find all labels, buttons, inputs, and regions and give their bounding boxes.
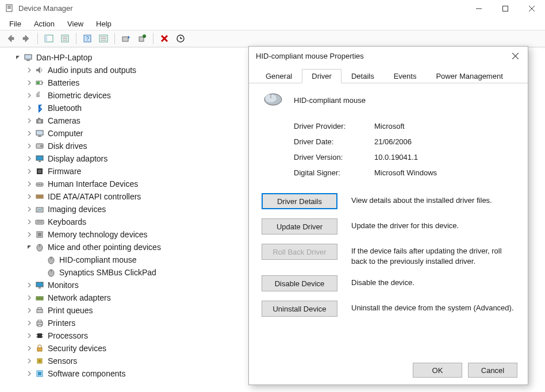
chevron-right-icon[interactable]	[25, 91, 33, 99]
show-panel-icon[interactable]	[42, 32, 56, 45]
tree-label: IDE ATA/ATAPI controllers	[48, 192, 141, 201]
svg-rect-65	[37, 309, 43, 313]
menu-action[interactable]: Action	[28, 18, 60, 29]
driver-details-desc: View details about the installed driver …	[351, 193, 515, 206]
window-title: Device Manager	[18, 4, 466, 13]
chevron-right-icon[interactable]	[25, 180, 33, 188]
tree-label: Cameras	[48, 116, 80, 125]
uninstall-device-button[interactable]: Uninstall Device	[262, 301, 337, 317]
minimize-button[interactable]	[466, 0, 492, 17]
tree-label: Computer	[48, 129, 83, 138]
device-category-icon	[34, 318, 45, 328]
chevron-right-icon[interactable]	[25, 155, 33, 163]
chevron-right-icon[interactable]	[25, 193, 33, 201]
chevron-right-icon[interactable]	[25, 104, 33, 112]
device-category-icon	[34, 331, 45, 340]
date-value: 21/06/2006	[374, 137, 515, 146]
svg-rect-36	[36, 156, 43, 160]
chevron-right-icon[interactable]	[25, 294, 33, 302]
chevron-down-icon[interactable]	[14, 53, 22, 62]
computer-icon	[23, 53, 33, 62]
tree-label: Biometric devices	[48, 91, 111, 100]
tab-power-management[interactable]: Power Management	[426, 69, 512, 83]
svg-rect-3	[7, 8, 11, 9]
menu-view[interactable]: View	[62, 18, 89, 29]
spacer	[37, 268, 45, 276]
tab-driver[interactable]: Driver	[302, 69, 341, 83]
device-category-icon	[34, 192, 45, 201]
svg-rect-1	[7, 6, 11, 6]
menu-bar: File Action View Help	[0, 17, 545, 30]
chevron-right-icon[interactable]	[25, 167, 33, 175]
chevron-right-icon[interactable]	[25, 142, 33, 150]
device-category-icon	[34, 179, 45, 189]
properties-icon[interactable]	[58, 32, 72, 45]
driver-info-grid: Driver Provider: Microsoft Driver Date: …	[294, 122, 515, 177]
svg-rect-64	[41, 298, 42, 299]
menu-file[interactable]: File	[3, 18, 27, 29]
list-icon[interactable]	[97, 32, 110, 45]
driver-details-button[interactable]: Driver Details	[262, 193, 337, 209]
chevron-right-icon[interactable]	[25, 357, 33, 365]
scan-hardware-icon[interactable]	[135, 32, 149, 45]
svg-rect-52	[38, 233, 41, 236]
chevron-right-icon[interactable]	[25, 332, 33, 340]
disable-device-button[interactable]: Disable Device	[262, 275, 337, 291]
cancel-button[interactable]: Cancel	[468, 363, 517, 378]
chevron-right-icon[interactable]	[25, 205, 33, 213]
uninstall-icon[interactable]	[158, 32, 171, 45]
forward-button[interactable]	[20, 32, 33, 45]
chevron-right-icon[interactable]	[25, 281, 33, 289]
close-button[interactable]	[519, 0, 545, 17]
device-category-icon	[34, 103, 45, 113]
dialog-body: HID-compliant mouse Driver Provider: Mic…	[249, 83, 528, 332]
tree-label: Audio inputs and outputs	[48, 66, 136, 75]
dialog-close-button[interactable]	[504, 47, 527, 64]
chevron-right-icon[interactable]	[25, 117, 33, 125]
signer-label: Digital Signer:	[294, 168, 374, 177]
chevron-right-icon[interactable]	[25, 306, 33, 314]
disable-icon[interactable]	[174, 32, 187, 45]
svg-rect-69	[38, 325, 41, 326]
dialog-footer: OK Cancel	[413, 363, 517, 378]
chevron-right-icon[interactable]	[25, 230, 33, 239]
device-category-icon	[34, 293, 45, 302]
tree-label: Human Interface Devices	[48, 179, 138, 189]
device-category-icon	[34, 205, 45, 214]
chevron-right-icon[interactable]	[25, 370, 33, 378]
chevron-right-icon[interactable]	[25, 66, 33, 74]
update-driver-button[interactable]: Update Driver	[262, 218, 337, 235]
chevron-right-icon[interactable]	[25, 129, 33, 137]
tab-general[interactable]: General	[256, 69, 302, 83]
ok-button[interactable]: OK	[413, 363, 462, 378]
version-label: Driver Version:	[294, 153, 374, 162]
signer-value: Microsoft Windows	[374, 168, 515, 177]
update-icon[interactable]	[119, 32, 133, 45]
menu-help[interactable]: Help	[90, 18, 117, 29]
back-button[interactable]	[3, 32, 17, 45]
svg-rect-31	[38, 118, 40, 119]
svg-point-22	[143, 34, 146, 38]
tab-events[interactable]: Events	[384, 69, 427, 83]
separator	[76, 33, 76, 44]
tree-label: Software components	[48, 369, 125, 378]
chevron-right-icon[interactable]	[25, 319, 33, 327]
chevron-right-icon[interactable]	[25, 218, 33, 226]
tree-label: HID-compliant mouse	[59, 255, 137, 264]
svg-rect-37	[39, 161, 41, 162]
properties-dialog: HID-compliant mouse Properties General D…	[248, 46, 528, 385]
chevron-down-icon[interactable]	[25, 243, 33, 251]
help-icon[interactable]: ?	[80, 32, 94, 45]
window-controls	[466, 0, 545, 17]
rollback-driver-button: Roll Back Driver	[262, 244, 337, 260]
maximize-button[interactable]	[492, 0, 519, 17]
tree-label: Display adaptors	[48, 154, 108, 163]
svg-rect-44	[36, 195, 43, 198]
chevron-right-icon[interactable]	[25, 79, 33, 87]
provider-label: Driver Provider:	[294, 122, 374, 130]
svg-rect-32	[36, 130, 43, 135]
provider-value: Microsoft	[374, 122, 515, 130]
device-category-icon	[34, 230, 45, 239]
chevron-right-icon[interactable]	[25, 344, 33, 352]
tab-details[interactable]: Details	[341, 69, 384, 83]
